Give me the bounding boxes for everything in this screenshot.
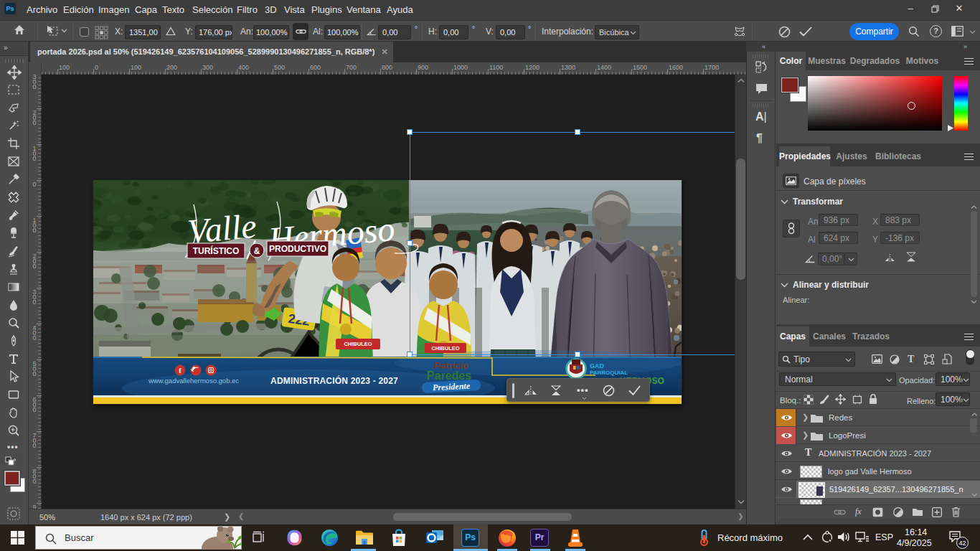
svg-text:TURÍSTICO: TURÍSTICO <box>193 245 240 256</box>
svg-text:&: & <box>254 246 260 256</box>
svg-text:CHIBULEO: CHIBULEO <box>431 345 459 352</box>
svg-text:CHIBULEO: CHIBULEO <box>344 341 372 347</box>
svg-text:PRODUCTIVO: PRODUCTIVO <box>269 244 326 254</box>
svg-text:Presidente: Presidente <box>433 381 471 393</box>
svg-text:GAD: GAD <box>590 362 605 369</box>
svg-text:PARROQUIAL: PARROQUIAL <box>590 369 628 376</box>
svg-text:www.gadvallehermoso.gob.ec: www.gadvallehermoso.gob.ec <box>148 377 239 385</box>
svg-text:Paredes: Paredes <box>427 369 471 382</box>
svg-text:ADMINISTRACIÓN 2023 - 2027: ADMINISTRACIÓN 2023 - 2027 <box>270 375 398 386</box>
